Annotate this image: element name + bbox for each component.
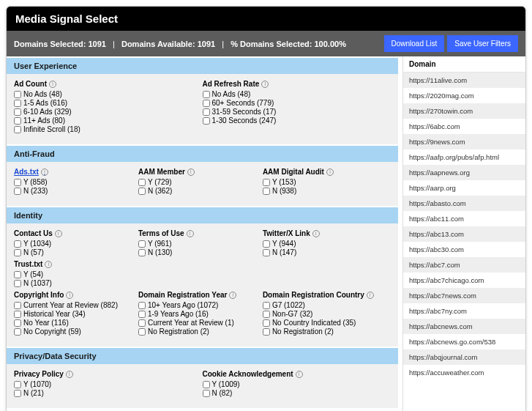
filter-checkbox[interactable] <box>14 100 21 107</box>
filter-checkbox[interactable] <box>203 381 210 388</box>
filter-checkbox[interactable] <box>263 302 270 309</box>
info-icon[interactable]: i <box>66 292 73 299</box>
domain-item[interactable]: https://6abc.com <box>403 119 525 134</box>
filter-option: Y (729) <box>138 178 263 186</box>
info-icon[interactable]: i <box>49 81 56 88</box>
filter-checkbox[interactable] <box>138 249 146 256</box>
filter-option-label: 60+ Seconds (779) <box>212 99 274 107</box>
domain-item[interactable]: https://abc11.com <box>403 211 525 226</box>
save-user-filters-button[interactable]: Save User Filters <box>447 35 518 52</box>
info-icon[interactable]: i <box>229 292 236 299</box>
filter-checkbox[interactable] <box>14 328 21 336</box>
filter-checkbox[interactable] <box>14 390 21 397</box>
filter-checkbox[interactable] <box>14 126 21 133</box>
filter-checkbox[interactable] <box>138 302 146 309</box>
filter-checkbox[interactable] <box>263 188 270 195</box>
filter-checkbox[interactable] <box>14 302 21 309</box>
download-list-button[interactable]: Download List <box>384 35 445 52</box>
filter-label[interactable]: Ads.txt i <box>14 168 138 176</box>
domain-item[interactable]: https://270towin.com <box>403 103 525 119</box>
domains-list[interactable]: https://11alive.comhttps://2020mag.comht… <box>403 73 525 411</box>
domain-item[interactable]: https://abasto.com <box>403 196 525 211</box>
filter-checkbox[interactable] <box>203 100 210 107</box>
filter-checkbox[interactable] <box>14 91 21 98</box>
filter-option-label: Y (54) <box>23 270 43 278</box>
filter-checkbox[interactable] <box>14 271 21 278</box>
filter-checkbox[interactable] <box>14 249 21 256</box>
domain-item[interactable]: https://aafp.org/pubs/afp.html <box>403 149 525 165</box>
filter-checkbox[interactable] <box>203 108 210 116</box>
filter-checkbox[interactable] <box>14 311 21 318</box>
info-icon[interactable]: i <box>45 261 52 268</box>
filter-option-label: N (82) <box>212 389 233 397</box>
filter-checkbox[interactable] <box>14 280 21 287</box>
filter-checkbox[interactable] <box>203 390 210 397</box>
filter-option: No Ads (48) <box>203 90 391 98</box>
filter-group: Domain Registration Year i10+ Years Ago … <box>138 291 263 336</box>
stats-text: Domains Selected: 1091 | Domains Availab… <box>14 40 381 48</box>
info-icon[interactable]: i <box>187 169 195 176</box>
info-icon[interactable]: i <box>312 230 320 237</box>
filter-checkbox[interactable] <box>203 117 210 125</box>
filter-checkbox[interactable] <box>14 188 21 195</box>
filter-option: N (130) <box>138 248 263 256</box>
filter-checkbox[interactable] <box>14 240 21 248</box>
filter-checkbox[interactable] <box>138 319 146 327</box>
filter-checkbox[interactable] <box>14 117 21 125</box>
domain-item[interactable]: https://abqjournal.com <box>403 349 525 365</box>
filter-checkbox[interactable] <box>14 108 21 116</box>
info-icon[interactable]: i <box>326 169 334 176</box>
info-icon[interactable]: i <box>296 371 303 378</box>
filter-option-label: N (147) <box>272 248 296 256</box>
domain-item[interactable]: https://abc7news.com <box>403 288 525 303</box>
info-icon[interactable]: i <box>55 230 62 237</box>
info-icon[interactable]: i <box>367 292 374 299</box>
domain-item[interactable]: https://accuweather.com <box>403 365 525 380</box>
info-icon[interactable]: i <box>261 81 269 88</box>
domain-item[interactable]: https://abc30.com <box>403 242 525 257</box>
filter-checkbox[interactable] <box>138 188 146 195</box>
filter-option: N (82) <box>203 389 391 397</box>
filters-panel[interactable]: User ExperienceAd Count iNo Ads (48)1-5 … <box>7 56 402 411</box>
filter-option: No Registration (2) <box>138 327 263 336</box>
domain-item[interactable]: https://abcnews.go.com/538 <box>403 334 525 349</box>
filter-checkbox[interactable] <box>263 319 270 327</box>
filter-checkbox[interactable] <box>14 179 21 186</box>
info-icon[interactable]: i <box>66 371 73 378</box>
filter-checkbox[interactable] <box>138 179 146 186</box>
filter-option: Y (961) <box>138 240 263 248</box>
filter-group: Contact Us iY (1034)N (57) <box>14 229 138 257</box>
domain-item[interactable]: https://aapnews.org <box>403 165 525 180</box>
filter-checkbox[interactable] <box>263 179 270 186</box>
filter-checkbox[interactable] <box>138 240 146 248</box>
filter-checkbox[interactable] <box>14 381 21 388</box>
filter-group: Terms of Use iY (961)N (130) <box>138 229 263 257</box>
info-icon[interactable]: i <box>41 169 48 176</box>
filter-group: Domain Registration Country iG7 (1022)No… <box>263 291 387 336</box>
filter-option: Y (858) <box>14 178 138 186</box>
app-window: Media Signal Select Domains Selected: 10… <box>6 6 526 411</box>
domain-item[interactable]: https://abcnews.com <box>403 319 525 334</box>
filter-checkbox[interactable] <box>263 240 270 248</box>
filter-option: Y (54) <box>14 270 138 278</box>
domain-item[interactable]: https://2020mag.com <box>403 88 525 103</box>
filter-checkbox[interactable] <box>263 328 270 336</box>
filter-option: N (233) <box>14 187 138 195</box>
filter-checkbox[interactable] <box>263 249 270 256</box>
domain-item[interactable]: https://abc7.com <box>403 257 525 273</box>
filter-checkbox[interactable] <box>263 311 270 318</box>
filter-checkbox[interactable] <box>138 311 146 318</box>
domain-item[interactable]: https://11alive.com <box>403 73 525 88</box>
filter-option-label: No Year (116) <box>23 319 69 327</box>
section-header: Identity <box>7 207 398 223</box>
domain-item[interactable]: https://abc13.com <box>403 226 525 242</box>
filter-checkbox[interactable] <box>203 91 210 98</box>
filter-checkbox[interactable] <box>14 319 21 327</box>
domain-item[interactable]: https://abc7ny.com <box>403 303 525 319</box>
domain-item[interactable]: https://9news.com <box>403 134 525 149</box>
domain-item[interactable]: https://aarp.org <box>403 180 525 196</box>
info-icon[interactable]: i <box>187 230 194 237</box>
filter-checkbox[interactable] <box>138 328 146 336</box>
domain-item[interactable]: https://abc7chicago.com <box>403 273 525 288</box>
filter-option: 1-30 Seconds (247) <box>203 116 391 125</box>
